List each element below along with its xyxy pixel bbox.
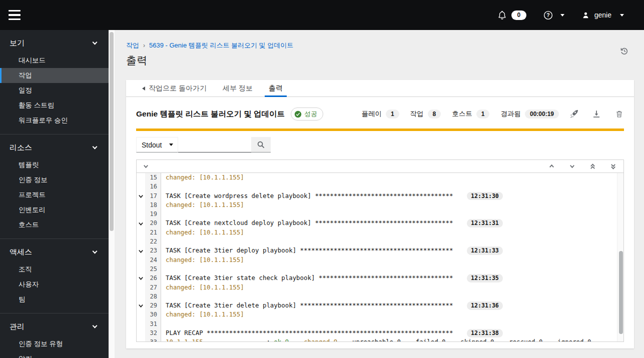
stdout-search-bar: Stdout [136,137,624,152]
nav-section-header-access[interactable]: 액세스 [0,246,109,262]
log-text: TASK [Create 3tier delete playbook] ****… [161,301,453,310]
expand-toggle-empty [137,182,145,191]
nav-section-label: 리소스 [10,143,32,152]
sidebar-item-inventories[interactable]: 인벤토리 [0,202,109,218]
relaunch-rocket-icon[interactable] [569,109,579,119]
stat-value-badge: 00:00:19 [525,110,559,118]
sidebar-item-workflow-approvals[interactable]: 워크플로우 승인 [0,113,109,128]
log-text: changed: [10.1.1.155] [161,283,244,292]
help-icon[interactable]: ? [543,10,553,20]
next-match-icon[interactable] [568,163,575,170]
bell-icon[interactable] [497,10,507,20]
log-row: 3310.1.1.155 : ok=9 changed=9 unreachabl… [137,338,617,342]
sidebar-item-credential-types[interactable]: 인증 정보 유형 [0,336,109,352]
tab-back-to-jobs[interactable]: 작업으로 돌아가기 [134,80,215,96]
expand-toggle-empty [137,283,145,292]
sidebar-item-notifications[interactable]: 알림 [0,352,109,358]
page-title: 출력 [126,54,293,68]
line-number: 24 [145,256,161,264]
nav-section-administration: 관리인증 정보 유형알림 [0,313,109,358]
sidebar-item-activity-stream[interactable]: 활동 스트림 [0,98,109,113]
sidebar-scrollbar-thumb[interactable] [110,32,114,231]
nav-section-header-views[interactable]: 보기 [0,36,109,53]
search-input[interactable] [178,137,251,152]
breadcrumb-current-link[interactable]: 5639 - Genie 템플릿 리스트 불러오기 및 업데이트 [149,41,293,50]
sidebar-item-schedules[interactable]: 일정 [0,83,109,98]
collapse-all-icon[interactable] [142,163,149,170]
sidebar-scrollbar[interactable] [109,30,115,358]
expand-toggle-empty [137,338,145,342]
log-body: 15changed: [10.1.1.155]1617TASK [Create … [137,173,623,342]
stat-hosts: 호스트1 [452,110,489,118]
output-panel: 작업으로 돌아가기 세부 정보 출력 Genie 템플릿 리스트 불러오기 및 … [126,80,634,348]
log-scrollbar[interactable] [617,173,623,342]
log-row: 21changed: [10.1.1.155] [137,228,617,237]
expand-toggle-icon[interactable] [137,301,145,310]
log-row: 20TASK [Create nextcloud deploy playbook… [137,218,617,228]
chevron-down-icon [93,324,98,328]
event-timestamp: 12:31:30 [467,192,503,200]
line-number: 30 [145,310,161,319]
sidebar-item-dashboard[interactable]: 대시보드 [0,53,109,68]
breadcrumb-jobs-link[interactable]: 작업 [126,41,139,50]
line-number: 33 [145,338,161,342]
log-row: 25 [137,264,617,274]
stdout-filter-select[interactable]: Stdout [136,137,178,152]
line-number: 18 [145,200,161,210]
expand-toggle-empty [137,173,145,182]
download-icon[interactable] [591,109,601,119]
expand-toggle-icon[interactable] [137,218,145,228]
log-scrollbar-thumb[interactable] [619,251,623,334]
log-text: TASK [Create 3tier deploy playbook] ****… [161,246,453,255]
sidebar-item-templates[interactable]: 템플릿 [0,158,109,172]
line-number: 31 [145,320,161,328]
expand-toggle-empty [137,292,145,301]
job-header: Genie 템플릿 리스트 불러오기 및 업데이트 성공 플레이1작업8호스트1… [136,108,624,120]
tab-output[interactable]: 출력 [261,80,291,96]
chevron-down-icon [169,144,173,146]
expand-toggle-empty [137,256,145,264]
stat-plays: 플레이1 [361,110,399,118]
sidebar-item-teams[interactable]: 팀 [0,292,109,307]
sidebar-item-credentials[interactable]: 인증 정보 [0,172,109,188]
log-row: 15changed: [10.1.1.155] [137,173,617,182]
log-row: 26TASK [Create 3tier state check playboo… [137,274,617,282]
nav-section-header-resources[interactable]: 리소스 [0,141,109,158]
nav-section-views: 보기대시보드작업일정활동 스트림워크플로우 승인 [0,30,109,134]
expand-toggle-icon[interactable] [137,246,145,255]
expand-toggle-icon[interactable] [137,192,145,200]
search-button[interactable] [251,137,271,152]
log-row: 16 [137,182,617,191]
nav-section-header-administration[interactable]: 관리 [0,320,109,336]
sidebar-item-hosts[interactable]: 호스트 [0,218,109,232]
sidebar-item-organizations[interactable]: 조직 [0,262,109,277]
trash-icon[interactable] [614,109,624,119]
event-timestamp: 12:31:31 [467,219,503,228]
scroll-to-top-icon[interactable] [589,163,596,170]
sidebar-item-jobs[interactable]: 작업 [0,68,109,83]
status-label: 성공 [304,110,317,118]
log-text [161,210,166,218]
expand-toggle-empty [137,328,145,338]
user-menu[interactable]: genie [581,11,624,20]
scroll-to-bottom-icon[interactable] [609,163,616,170]
stat-value-badge: 1 [386,110,399,118]
previous-match-icon[interactable] [548,163,555,170]
log-row: 30changed: [10.1.1.155] [137,310,617,319]
tab-details[interactable]: 세부 정보 [215,80,261,96]
help-menu[interactable]: ? [543,10,564,20]
event-timestamp: 12:31:35 [467,274,503,282]
hamburger-menu-icon[interactable] [9,10,22,20]
expand-toggle-empty [137,228,145,237]
log-text: changed: [10.1.1.155] [161,200,244,210]
sidebar-item-users[interactable]: 사용자 [0,277,109,292]
log-text: TASK [Create nextcloud deploy playbook] … [161,218,453,228]
notifications-group[interactable]: 0 [497,10,526,20]
stat-elapsed: 경과됨00:00:19 [500,110,559,118]
nav-section-label: 관리 [10,322,25,332]
log-text: changed: [10.1.1.155] [161,173,244,182]
history-icon[interactable] [619,46,629,56]
expand-toggle-icon[interactable] [137,274,145,282]
top-bar: 0 ? genie [0,0,644,30]
sidebar-item-projects[interactable]: 프로젝트 [0,188,109,202]
